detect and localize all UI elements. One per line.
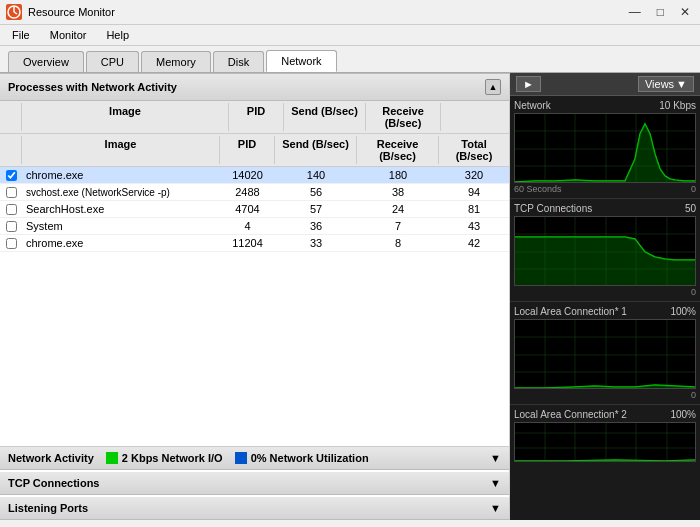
graph-tcp: TCP Connections 50 <box>510 199 700 302</box>
col-checkbox <box>0 103 22 131</box>
left-panel: Processes with Network Activity ▲ Image … <box>0 73 510 520</box>
col-receive[interactable]: Receive (B/sec) <box>366 103 441 131</box>
green-indicator-icon <box>106 452 118 464</box>
graph-lan1: Local Area Connection* 1 100% <box>510 302 700 405</box>
menu-monitor[interactable]: Monitor <box>46 27 91 43</box>
table-row[interactable]: SearchHost.exe 4704 57 24 81 <box>0 201 509 218</box>
tab-overview[interactable]: Overview <box>8 51 84 72</box>
graph-tcp-svg <box>515 217 696 286</box>
processes-table: Image PID Send (B/sec) Receive (B/sec) T… <box>0 101 509 446</box>
graph-network-value: 10 Kbps <box>659 100 696 111</box>
network-io-label: 2 Kbps Network I/O <box>122 452 223 464</box>
network-activity-section: Network Activity 2 Kbps Network I/O 0% N… <box>0 446 509 470</box>
graph-tcp-value: 50 <box>685 203 696 214</box>
menu-file[interactable]: File <box>8 27 34 43</box>
tab-cpu[interactable]: CPU <box>86 51 139 72</box>
network-util-indicator: 0% Network Utilization <box>235 452 369 464</box>
network-activity-header[interactable]: Network Activity 2 Kbps Network I/O 0% N… <box>0 447 509 470</box>
tabs-bar: Overview CPU Memory Disk Network <box>0 46 700 73</box>
graph-lan2-title: Local Area Connection* 2 <box>514 409 627 420</box>
graph-tcp-container <box>514 216 696 286</box>
tab-disk[interactable]: Disk <box>213 51 264 72</box>
nav-back-button[interactable]: ► <box>516 76 541 92</box>
network-util-label: 0% Network Utilization <box>251 452 369 464</box>
menu-bar: File Monitor Help <box>0 25 700 46</box>
main-content: Processes with Network Activity ▲ Image … <box>0 73 700 520</box>
processes-collapse-btn[interactable]: ▲ <box>485 79 501 95</box>
maximize-button[interactable]: □ <box>653 5 668 19</box>
table-row[interactable]: System 4 36 7 43 <box>0 218 509 235</box>
col-image[interactable]: Image <box>22 103 229 131</box>
app-icon <box>6 4 22 20</box>
graph-lan1-value: 100% <box>670 306 696 317</box>
listening-collapse-btn[interactable]: ▼ <box>490 502 501 514</box>
title-bar: Resource Monitor — □ ✕ <box>0 0 700 25</box>
graph-lan2: Local Area Connection* 2 100% <box>510 405 700 466</box>
col-pid[interactable]: PID <box>229 103 284 131</box>
graph-network: Network 10 Kbps <box>510 96 700 199</box>
network-activity-title: Network Activity <box>8 452 94 464</box>
table-row[interactable]: svchost.exe (NetworkService -p) 2488 56 … <box>0 184 509 201</box>
tcp-collapse-btn[interactable]: ▼ <box>490 477 501 489</box>
right-header: ► Views ▼ <box>510 73 700 96</box>
table-header-row: Image PID Send (B/sec) Receive (B/sec) T… <box>0 134 509 167</box>
listening-ports-title: Listening Ports <box>8 502 88 514</box>
graph-network-title: Network <box>514 100 551 111</box>
processes-section-title: Processes with Network Activity <box>8 81 177 93</box>
app-title: Resource Monitor <box>28 6 115 18</box>
graph-lan2-container <box>514 422 696 462</box>
graph-lan1-bottom-right: 0 <box>691 390 696 400</box>
tab-memory[interactable]: Memory <box>141 51 211 72</box>
tcp-connections-title: TCP Connections <box>8 477 99 489</box>
graph-lan2-svg <box>515 423 696 462</box>
graph-tcp-bottom-right: 0 <box>691 287 696 297</box>
minimize-button[interactable]: — <box>625 5 645 19</box>
menu-help[interactable]: Help <box>102 27 133 43</box>
close-button[interactable]: ✕ <box>676 5 694 19</box>
graph-network-bottom-right: 0 <box>691 184 696 194</box>
graph-network-svg <box>515 114 696 183</box>
views-button[interactable]: Views ▼ <box>638 76 694 92</box>
graph-lan1-svg <box>515 320 696 389</box>
tab-network[interactable]: Network <box>266 50 336 72</box>
blue-indicator-icon <box>235 452 247 464</box>
svg-marker-20 <box>515 237 696 286</box>
graph-lan2-value: 100% <box>670 409 696 420</box>
graph-lan1-title: Local Area Connection* 1 <box>514 306 627 317</box>
graph-lan1-container <box>514 319 696 389</box>
network-activity-collapse-btn[interactable]: ▼ <box>490 452 501 464</box>
graph-network-container <box>514 113 696 183</box>
tcp-connections-section[interactable]: TCP Connections ▼ <box>0 472 509 495</box>
processes-section-header[interactable]: Processes with Network Activity ▲ <box>0 73 509 101</box>
col-send[interactable]: Send (B/sec) <box>284 103 366 131</box>
svg-marker-11 <box>515 124 696 183</box>
graph-tcp-title: TCP Connections <box>514 203 592 214</box>
network-io-indicator: 2 Kbps Network I/O <box>106 452 223 464</box>
table-header: Image PID Send (B/sec) Receive (B/sec) T… <box>0 101 509 134</box>
graph-network-bottom-left: 60 Seconds <box>514 184 562 194</box>
window-controls: — □ ✕ <box>625 5 694 19</box>
svg-line-2 <box>14 12 17 14</box>
right-panel: ► Views ▼ Network 10 Kbps <box>510 73 700 520</box>
table-row[interactable]: chrome.exe 14020 140 180 320 <box>0 167 509 184</box>
listening-ports-section[interactable]: Listening Ports ▼ <box>0 497 509 520</box>
table-row[interactable]: chrome.exe 11204 33 8 42 <box>0 235 509 252</box>
